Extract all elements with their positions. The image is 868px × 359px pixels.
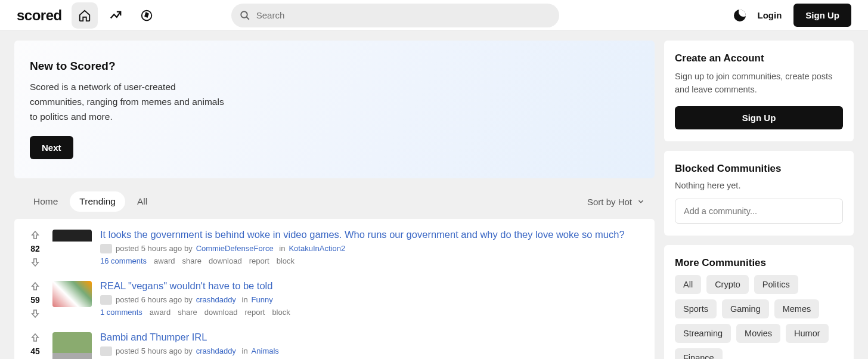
tab-trending[interactable]: Trending — [70, 191, 125, 212]
media-type-icon — [100, 244, 112, 253]
hero-body: Scored is a network of user-created comm… — [30, 80, 232, 124]
community-chip[interactable]: Politics — [754, 275, 798, 294]
action-award[interactable]: award — [154, 256, 175, 265]
community-chip[interactable]: Gaming — [722, 299, 769, 318]
search-icon — [240, 10, 250, 21]
post-feed: 82It looks the government is behind woke… — [14, 219, 655, 359]
account-signup-button[interactable]: Sign Up — [675, 106, 843, 129]
in-label: in — [240, 295, 248, 304]
post-item: 82It looks the government is behind woke… — [14, 222, 655, 274]
post-title[interactable]: It looks the government is behind woke i… — [100, 228, 643, 241]
action-share[interactable]: share — [178, 308, 197, 317]
brand-logo[interactable]: scored — [17, 7, 62, 24]
nav-home-icon[interactable] — [72, 2, 98, 29]
comments-link[interactable]: 1 comments — [100, 308, 142, 317]
blocked-title: Blocked Communities — [675, 163, 843, 175]
post-thumbnail[interactable] — [52, 332, 92, 359]
upvote-icon[interactable] — [30, 230, 41, 240]
community-chip[interactable]: Finance — [675, 348, 723, 360]
community-chip[interactable]: Crypto — [706, 275, 749, 294]
more-communities-card: More Communities AllCryptoPoliticsSports… — [664, 245, 854, 360]
tab-all[interactable]: All — [128, 191, 157, 212]
post-author[interactable]: CommieDefenseForce — [196, 244, 274, 253]
account-title: Create an Account — [675, 52, 843, 64]
hero-card: New to Scored? Scored is a network of us… — [14, 41, 655, 178]
community-chip[interactable]: Memes — [774, 299, 820, 318]
more-title: More Communities — [675, 257, 843, 269]
hero-title: New to Scored? — [30, 60, 639, 73]
post-title[interactable]: Bambi and Thumper IRL — [100, 331, 643, 343]
post-item: 59REAL "vegans" wouldn't have to be told… — [14, 274, 655, 325]
post-author[interactable]: crashdaddy — [196, 295, 236, 304]
chevron-down-icon — [637, 197, 645, 206]
post-time: posted 6 hours ago by — [116, 295, 193, 304]
post-community[interactable]: Funny — [252, 295, 273, 304]
action-download[interactable]: download — [209, 256, 242, 265]
add-community-input[interactable] — [675, 199, 843, 224]
blocked-card: Blocked Communities Nothing here yet. — [664, 151, 854, 236]
post-community[interactable]: Animals — [252, 346, 279, 355]
account-body: Sign up to join communities, create post… — [675, 70, 843, 97]
in-label: in — [240, 346, 248, 355]
action-report[interactable]: report — [249, 256, 269, 265]
dark-mode-toggle[interactable] — [734, 10, 746, 21]
post-time: posted 5 hours ago by — [116, 346, 193, 355]
signup-button[interactable]: Sign Up — [793, 4, 851, 27]
upvote-icon[interactable] — [30, 332, 41, 343]
post-thumbnail[interactable] — [52, 230, 92, 256]
post-time: posted 5 hours ago by — [116, 244, 193, 253]
in-label: in — [277, 244, 286, 253]
post-score: 45 — [30, 346, 40, 356]
login-link[interactable]: Login — [758, 10, 782, 20]
post-title[interactable]: REAL "vegans" wouldn't have to be told — [100, 280, 643, 292]
action-download[interactable]: download — [204, 308, 238, 317]
search-input[interactable] — [231, 4, 559, 27]
upvote-icon[interactable] — [30, 281, 41, 292]
sort-dropdown[interactable]: Sort by Hot — [587, 197, 645, 207]
tab-home[interactable]: Home — [24, 191, 67, 212]
community-chip[interactable]: Sports — [675, 299, 717, 318]
account-card: Create an Account Sign up to join commun… — [664, 41, 854, 141]
action-award[interactable]: award — [150, 308, 170, 317]
nav-trending-icon[interactable] — [103, 2, 129, 29]
media-type-icon — [100, 295, 112, 305]
hero-next-button[interactable]: Next — [30, 136, 73, 159]
community-chip[interactable]: Movies — [736, 324, 780, 343]
post-author[interactable]: crashdaddy — [196, 346, 236, 355]
svg-point-1 — [241, 11, 247, 18]
community-chip[interactable]: All — [675, 275, 701, 294]
action-report[interactable]: report — [244, 308, 265, 317]
action-block[interactable]: block — [272, 308, 290, 317]
action-share[interactable]: share — [182, 256, 202, 265]
media-type-icon — [100, 346, 112, 356]
post-score: 59 — [30, 295, 40, 305]
post-item: 45Bambi and Thumper IRLposted 5 hours ag… — [14, 325, 655, 359]
downvote-icon[interactable] — [30, 308, 41, 319]
community-chip[interactable]: Streaming — [675, 324, 731, 343]
nav-explore-icon[interactable] — [134, 2, 160, 29]
community-chip[interactable]: Humor — [786, 324, 829, 343]
action-block[interactable]: block — [277, 256, 294, 265]
post-thumbnail[interactable] — [52, 281, 92, 307]
sort-label: Sort by Hot — [587, 197, 632, 207]
post-score: 82 — [30, 244, 40, 253]
post-community[interactable]: KotakuInAction2 — [289, 244, 345, 253]
downvote-icon[interactable] — [30, 257, 41, 268]
blocked-empty: Nothing here yet. — [675, 181, 843, 190]
comments-link[interactable]: 16 comments — [100, 256, 147, 265]
